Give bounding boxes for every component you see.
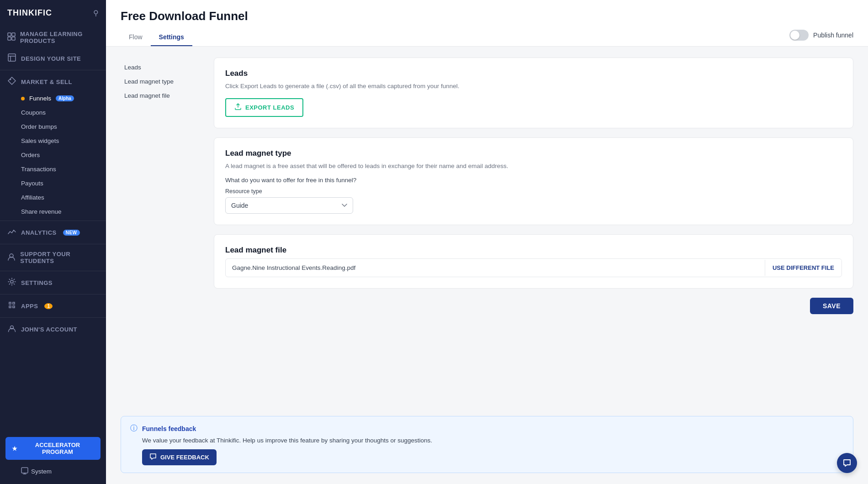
resource-type-select[interactable]: Guide PDF Video Checklist Template (225, 197, 353, 214)
design-site-label: DESIGN YOUR SITE (21, 55, 81, 62)
order-bumps-label: Order bumps (21, 123, 57, 130)
market-sell-label: MARKET & SELL (21, 79, 72, 85)
apps-icon (7, 301, 16, 311)
give-feedback-button[interactable]: GIVE FEEDBACK (142, 449, 217, 465)
give-feedback-label: GIVE FEEDBACK (160, 454, 209, 461)
main-content: Free Download Funnel Flow Settings Publi… (106, 0, 868, 484)
manage-learning-label: MANAGE LEARNING PRODUCTS (20, 31, 99, 44)
feedback-icon (149, 453, 157, 462)
svg-rect-0 (8, 33, 11, 36)
sidebar: THINKIFIC ⚲ MANAGE LEARNING PRODUCTS DES… (0, 0, 106, 484)
feedback-title: Funnels feedback (142, 425, 196, 432)
lead-magnet-type-title: Lead magnet type (225, 149, 842, 158)
svg-rect-4 (8, 54, 16, 61)
sidebar-item-funnels[interactable]: Funnels Alpha (0, 91, 106, 105)
orders-label: Orders (21, 152, 40, 158)
save-button[interactable]: SAVE (810, 298, 853, 314)
analytics-icon (7, 227, 16, 237)
sidebar-logo: THINKIFIC ⚲ (0, 0, 106, 26)
sidebar-item-affiliates[interactable]: Affiliates (0, 190, 106, 205)
file-row: Gagne.Nine Instructional Events.Reading.… (225, 258, 842, 277)
tabs: Flow Settings (121, 29, 192, 46)
analytics-label: ANALYTICS (21, 229, 57, 236)
svg-rect-9 (21, 468, 28, 473)
sidebar-item-apps[interactable]: APPS 1 (0, 296, 106, 316)
new-badge: NEW (63, 230, 80, 236)
lead-magnet-type-desc: A lead magnet is a free asset that will … (225, 162, 842, 171)
support-students-label: SUPPORT YOUR STUDENTS (20, 251, 99, 264)
sidebar-item-manage-learning[interactable]: MANAGE LEARNING PRODUCTS (0, 26, 106, 49)
sidebar-item-transactions[interactable]: Transactions (0, 162, 106, 176)
leads-card-title: Leads (225, 69, 842, 78)
system-label: System (31, 468, 52, 475)
sidebar-item-settings[interactable]: SETTINGS (0, 273, 106, 292)
settings-icon (7, 278, 16, 288)
chat-bubble[interactable] (837, 453, 857, 473)
use-different-file-button[interactable]: USE DIFFERENT FILE (765, 260, 842, 276)
sidebar-bottom: ★ ACCELERATOR PROGRAM System (0, 429, 106, 484)
brand-name: THINKIFIC (7, 8, 52, 18)
transactions-label: Transactions (21, 166, 56, 173)
content-area: Leads Lead magnet type Lead magnet file … (106, 47, 868, 416)
sidebar-item-market-sell[interactable]: MARKET & SELL (0, 72, 106, 91)
star-icon: ★ (12, 445, 17, 452)
lead-magnet-type-card: Lead magnet type A lead magnet is a free… (214, 137, 853, 225)
export-leads-button[interactable]: EXPORT LEADS (225, 98, 303, 117)
sidebar-item-orders[interactable]: Orders (0, 148, 106, 162)
export-leads-label: EXPORT LEADS (245, 104, 294, 111)
tag-icon (7, 77, 16, 87)
tab-settings[interactable]: Settings (151, 29, 192, 46)
svg-point-5 (10, 79, 11, 80)
sidebar-item-share-revenue[interactable]: Share revenue (0, 205, 106, 219)
search-icon[interactable]: ⚲ (93, 9, 99, 17)
sidebar-item-system[interactable]: System (0, 463, 106, 479)
save-row: SAVE (214, 298, 853, 314)
sidebar-item-design-site[interactable]: DESIGN YOUR SITE (0, 49, 106, 68)
apps-badge: 1 (44, 303, 53, 309)
funnels-label: Funnels (29, 95, 51, 102)
info-icon: ⓘ (130, 424, 138, 433)
svg-point-7 (11, 280, 13, 283)
side-nav-leads[interactable]: Leads (121, 61, 203, 74)
sidebar-item-account[interactable]: JOHN'S ACCOUNT (0, 320, 106, 339)
resource-type-label: Resource type (225, 188, 842, 195)
sidebar-item-payouts[interactable]: Payouts (0, 176, 106, 190)
publish-row: Publish funnel (789, 30, 853, 41)
payouts-label: Payouts (21, 180, 43, 187)
what-offer-text: What do you want to offer for free in th… (225, 177, 842, 184)
coupons-label: Coupons (21, 109, 46, 116)
design-icon (7, 53, 16, 63)
svg-rect-3 (12, 37, 15, 40)
affiliates-label: Affiliates (21, 194, 44, 201)
publish-toggle[interactable] (789, 30, 809, 41)
leads-card-desc: Click Export Leads to generate a file (.… (225, 82, 842, 91)
system-icon (21, 467, 28, 476)
support-icon (7, 253, 16, 263)
funnels-active-dot (21, 97, 25, 100)
svg-rect-1 (12, 33, 15, 36)
side-nav-lead-magnet-type[interactable]: Lead magnet type (121, 75, 203, 88)
sidebar-item-coupons[interactable]: Coupons (0, 105, 106, 120)
sidebar-item-support-students[interactable]: SUPPORT YOUR STUDENTS (0, 246, 106, 269)
page-header: Free Download Funnel Flow Settings Publi… (106, 0, 868, 47)
account-icon (7, 324, 16, 334)
feedback-banner: ⓘ Funnels feedback We value your feedbac… (121, 416, 853, 473)
settings-label: SETTINGS (21, 279, 53, 286)
tabs-row: Flow Settings Publish funnel (121, 29, 853, 46)
sidebar-item-sales-widgets[interactable]: Sales widgets (0, 134, 106, 148)
leads-card: Leads Click Export Leads to generate a f… (214, 58, 853, 128)
feedback-header: ⓘ Funnels feedback (130, 424, 844, 433)
sidebar-item-analytics[interactable]: ANALYTICS NEW (0, 223, 106, 242)
sidebar-item-order-bumps[interactable]: Order bumps (0, 120, 106, 134)
publish-label: Publish funnel (813, 32, 853, 39)
feedback-description: We value your feedback at Thinkific. Hel… (142, 437, 844, 444)
accelerator-label: ACCELERATOR PROGRAM (21, 442, 94, 455)
account-label: JOHN'S ACCOUNT (21, 326, 77, 333)
tab-flow[interactable]: Flow (121, 29, 151, 46)
lead-magnet-file-title: Lead magnet file (225, 246, 842, 255)
accelerator-button[interactable]: ★ ACCELERATOR PROGRAM (5, 437, 101, 460)
side-nav-lead-magnet-file[interactable]: Lead magnet file (121, 89, 203, 102)
apps-label: APPS (21, 303, 38, 310)
alpha-badge: Alpha (56, 95, 74, 101)
lead-magnet-file-card: Lead magnet file Gagne.Nine Instructiona… (214, 234, 853, 289)
